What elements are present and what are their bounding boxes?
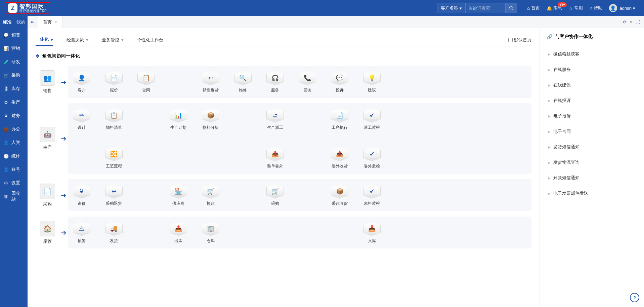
flow-node[interactable]: ✔ 来料质检 <box>361 184 382 206</box>
node-icon: 🏢 <box>202 225 219 233</box>
flow-node[interactable]: 🛒 采购 <box>265 184 286 206</box>
flow-node[interactable]: 📞 回访 <box>297 71 318 93</box>
help-link[interactable]: ?帮助 <box>590 5 602 11</box>
flow-node[interactable]: ↩ 销售退货 <box>200 71 221 93</box>
sidebar-item-6[interactable]: ¥财务 <box>0 109 28 122</box>
flow-node[interactable]: ↩ 采购退货 <box>103 184 124 206</box>
flow-node[interactable]: 📊 生产计划 <box>168 108 189 130</box>
arrow-right-icon: ➔ <box>59 78 68 86</box>
node-icon: 📦 <box>331 187 348 195</box>
node-label: 采购退货 <box>103 201 124 206</box>
flow-node[interactable]: 🔀 工艺流程 <box>103 147 124 169</box>
node-icon: 📊 <box>170 111 187 119</box>
flow-node[interactable]: 🗂 生产派工 <box>265 108 286 130</box>
flow-node[interactable]: 🏢 仓库 <box>200 221 221 244</box>
right-item-8[interactable]: ▶到款短信通知 <box>547 170 637 186</box>
search-button[interactable] <box>506 3 517 13</box>
sidebar-item-4[interactable]: 🗄库存 <box>0 82 28 95</box>
chevron-down-icon[interactable]: ▾ <box>630 20 632 25</box>
sidebar-item-7[interactable]: 💼办公 <box>0 122 28 136</box>
flow-node[interactable]: ✔ 派工质检 <box>361 108 382 130</box>
flow-node[interactable]: 🎧 服务 <box>265 71 286 93</box>
common-link[interactable]: ☆常用 <box>569 5 583 11</box>
flow-node[interactable]: 📤 出库 <box>168 221 189 244</box>
flow-node[interactable]: 📄 报价 <box>103 71 124 93</box>
flow-node[interactable]: 💡 建议 <box>361 71 382 93</box>
sidebar-item-2[interactable]: 🧪研发 <box>0 55 28 69</box>
node-label: 发货 <box>103 238 124 244</box>
user-menu[interactable]: 👤admin ▾ <box>609 4 635 12</box>
node-label: 来料质检 <box>361 201 382 206</box>
flow-node[interactable]: 📥 委外收货 <box>329 147 350 169</box>
right-item-1[interactable]: ▶在线服务 <box>547 62 637 77</box>
flow-node[interactable]: 📋 合同 <box>136 71 157 93</box>
node-icon: 📤 <box>266 150 284 158</box>
flow-node[interactable]: 👤 客户 <box>71 71 92 93</box>
sidebar-label: 采购 <box>11 72 20 78</box>
page-tab-home[interactable]: 首页 × <box>38 16 63 28</box>
sidebar-item-11[interactable]: ⚙设置 <box>0 176 28 190</box>
right-item-5[interactable]: ▶电子合同 <box>547 124 637 139</box>
node-label: 生产派工 <box>265 125 286 130</box>
sidebar-collapse-button[interactable]: ⇤ <box>28 20 38 25</box>
flow-node[interactable]: ¥ 询价 <box>71 184 92 206</box>
sidebar-item-3[interactable]: 🛒采购 <box>0 69 28 82</box>
flow-node[interactable]: 📤 整单委外 <box>265 147 286 169</box>
sidebar-item-9[interactable]: 🕐统计 <box>0 149 28 163</box>
node-icon: ✏ <box>73 111 90 119</box>
flow-node[interactable]: 🚚 发货 <box>103 221 124 244</box>
help-fab[interactable]: ? <box>630 293 639 302</box>
flow-node[interactable]: ⚠ 预警 <box>71 221 92 244</box>
right-item-7[interactable]: ▶发货物流查询 <box>547 155 637 170</box>
flow-node[interactable]: 📦 采购收货 <box>329 184 350 206</box>
sidebar-icon: ⚙ <box>3 181 9 186</box>
home-link[interactable]: ⌂首页 <box>527 5 540 11</box>
tab-control[interactable]: 业务管控▾ <box>102 34 124 46</box>
sidebar-item-0[interactable]: 💬销售 <box>0 28 28 42</box>
default-home-checkbox[interactable]: 默认首页 <box>508 37 531 43</box>
row-head-label: 生产 <box>36 144 59 150</box>
flow-row-body: 👤 客户 📄 报价 📋 合同 ↩ 销售退货 🔍 维修 🎧 服务 📞 回访 💬 投… <box>68 66 531 98</box>
right-item-9[interactable]: ▶电子发票邮件发送 <box>547 186 637 201</box>
chevron-down-icon: ▾ <box>86 37 88 42</box>
node-icon: 🔀 <box>105 150 123 158</box>
flow-node[interactable]: ✔ 委外质检 <box>361 147 382 169</box>
node-icon: 🏪 <box>170 187 187 195</box>
right-item-4[interactable]: ▶电子报价 <box>547 108 637 124</box>
flow-node[interactable]: 📥 入库 <box>361 221 382 244</box>
logo-icon: Z <box>8 3 17 13</box>
tab-integrated[interactable]: 一体化▾ <box>36 34 53 46</box>
sidebar-item-1[interactable]: 📊营销 <box>0 42 28 55</box>
node-icon: ¥ <box>73 187 90 195</box>
fullscreen-icon[interactable]: ⛶ <box>636 20 640 25</box>
node-icon: 📦 <box>202 111 219 119</box>
tab-workspace[interactable]: 个性化工作台 <box>137 34 163 46</box>
right-item-6[interactable]: ▶发货短信通知 <box>547 139 637 155</box>
mode-mine[interactable]: 我的 <box>14 16 28 28</box>
chevron-down-icon: ▾ <box>460 6 462 11</box>
right-item-3[interactable]: ▶在线投诉 <box>547 93 637 108</box>
messages-link[interactable]: 🔔消息99+ <box>547 5 562 11</box>
sidebar-item-12[interactable]: 🗑回收站 <box>0 190 28 203</box>
flow-node[interactable]: 🛒 预购 <box>200 184 221 206</box>
mode-standard[interactable]: 标准 <box>0 16 14 28</box>
right-item-0[interactable]: ▶微信粉丝获客 <box>547 46 637 62</box>
flow-node[interactable]: 📦 物料分析 <box>200 108 221 130</box>
refresh-icon[interactable]: ⟳ <box>623 20 627 25</box>
node-label: 委外收货 <box>329 163 350 169</box>
flow-node[interactable]: 📋 物料清单 <box>103 108 124 130</box>
sidebar-item-5[interactable]: ⚙生产 <box>0 95 28 109</box>
tab-decision[interactable]: 经营决策▾ <box>67 34 88 46</box>
search-filter-dropdown[interactable]: 客户名称 ▾ <box>437 3 465 13</box>
flow-node[interactable]: 💬 投诉 <box>329 71 350 93</box>
flow-node[interactable]: 🔍 维修 <box>232 71 253 93</box>
right-item-2[interactable]: ▶在线建议 <box>547 77 637 93</box>
sidebar-item-10[interactable]: 👤账号 <box>0 163 28 176</box>
flow-node[interactable]: ✏ 设计 <box>71 108 92 130</box>
search-input[interactable] <box>465 3 506 13</box>
flow-node[interactable]: 🏪 供应商 <box>168 184 189 206</box>
node-icon: 📥 <box>363 225 381 233</box>
sidebar-item-8[interactable]: 👤人资 <box>0 136 28 149</box>
tab-close-icon[interactable]: × <box>54 20 57 25</box>
flow-node[interactable]: 📄 工序执行 <box>329 108 350 130</box>
